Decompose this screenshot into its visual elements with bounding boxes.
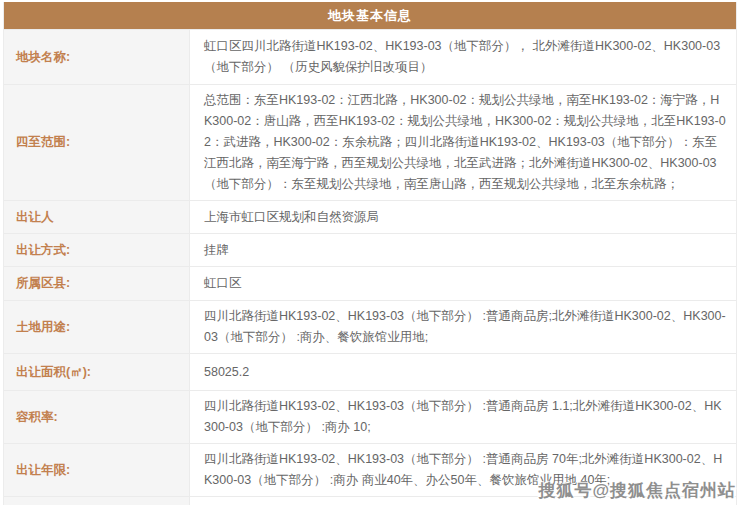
- row-label-land-use: 土地用途:: [4, 301, 190, 353]
- table-row: 容积率: 四川北路街道HK193-02、HK193-03（地下部分） :普通商品…: [4, 390, 736, 443]
- table-row: 土地用途: 四川北路街道HK193-02、HK193-03（地下部分） :普通商…: [4, 300, 736, 353]
- table-row: 出让人 上海市虹口区规划和自然资源局: [4, 200, 736, 233]
- row-value-land-use: 四川北路街道HK193-02、HK193-03（地下部分） :普通商品房;北外滩…: [190, 301, 736, 353]
- row-label-tenure: 出让年限:: [4, 444, 190, 496]
- row-label-transaction-status: 当前交易状态:: [4, 497, 190, 505]
- table-row: 所属区县: 虹口区: [4, 266, 736, 300]
- row-value-plot-ratio: 四川北路街道HK193-02、HK193-03（地下部分） :普通商品房 1.1…: [190, 391, 736, 443]
- row-value-transfer-method: 挂牌: [190, 234, 736, 266]
- row-label-boundaries: 四至范围:: [4, 85, 190, 200]
- row-value-district: 虹口区: [190, 267, 736, 300]
- row-label-transfer-area: 出让面积(㎡):: [4, 354, 190, 390]
- land-parcel-info-table: 地块基本信息 地块名称: 虹口区四川北路街道HK193-02、HK193-03（…: [3, 2, 737, 505]
- table-title: 地块基本信息: [4, 2, 736, 29]
- table-row: 四至范围: 总范围：东至HK193-02：江西北路，HK300-02：规划公共绿…: [4, 84, 736, 200]
- row-value-parcel-name: 虹口区四川北路街道HK193-02、HK193-03（地下部分）， 北外滩街道H…: [190, 30, 736, 84]
- sohu-watermark: 搜狐号@搜狐焦点宿州站: [538, 479, 736, 502]
- row-value-transfer-area: 58025.2: [190, 354, 736, 390]
- table-row: 出让方式: 挂牌: [4, 233, 736, 266]
- table-row: 地块名称: 虹口区四川北路街道HK193-02、HK193-03（地下部分）， …: [4, 29, 736, 84]
- table-row: 出让面积(㎡): 58025.2: [4, 353, 736, 390]
- row-label-grantor: 出让人: [4, 201, 190, 233]
- row-value-boundaries: 总范围：东至HK193-02：江西北路，HK300-02：规划公共绿地，南至HK…: [190, 85, 736, 200]
- row-label-parcel-name: 地块名称:: [4, 30, 190, 84]
- row-label-plot-ratio: 容积率:: [4, 391, 190, 443]
- row-value-grantor: 上海市虹口区规划和自然资源局: [190, 201, 736, 233]
- row-label-district: 所属区县:: [4, 267, 190, 300]
- row-label-transfer-method: 出让方式:: [4, 234, 190, 266]
